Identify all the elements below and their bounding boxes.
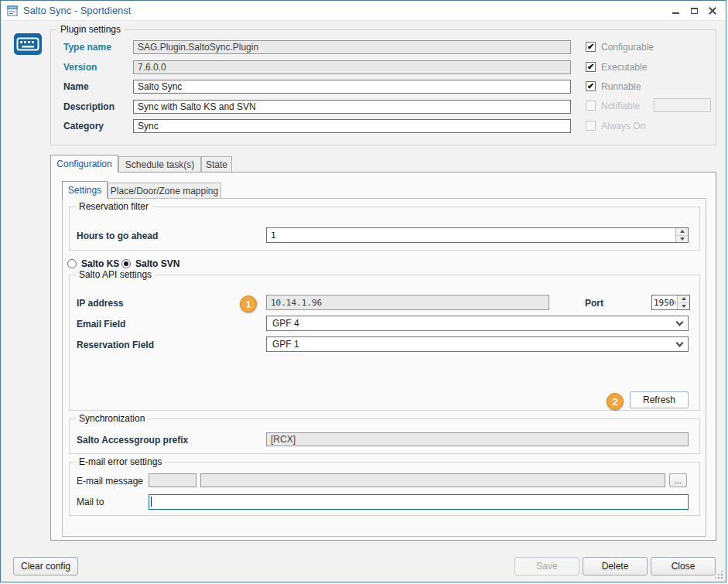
plugin-settings-group-title: Plugin settings: [57, 24, 124, 35]
arrow-down-icon: [682, 305, 686, 308]
port-spin-up-button[interactable]: [678, 295, 689, 302]
type-name-label: Type name: [63, 42, 111, 53]
close-dialog-button-label: Close: [672, 561, 696, 572]
accessgroup-prefix-field-wrap: [266, 432, 689, 446]
synchronization-group-title: Synchronization: [76, 413, 148, 424]
category-label: Category: [63, 121, 104, 131]
port-spinner: [677, 295, 689, 309]
tab-configuration[interactable]: Configuration: [50, 155, 118, 172]
mail-to-input[interactable]: [149, 495, 688, 509]
ip-address-field-wrap: [266, 295, 549, 310]
port-spin-down-button[interactable]: [678, 302, 689, 310]
notifiable-field-wrap: [654, 98, 711, 112]
delete-button[interactable]: Delete: [583, 557, 648, 575]
tab-state[interactable]: State: [201, 156, 232, 172]
email-message-field-1[interactable]: [149, 474, 196, 487]
reservation-filter-group: Reservation filter Hours to go ahead: [69, 207, 700, 251]
radio-circle-icon: [121, 259, 131, 268]
accessgroup-prefix-field[interactable]: [267, 433, 688, 446]
maximize-button[interactable]: [687, 4, 701, 18]
plugin-settings-group: Plugin settings Type name Version Name D…: [50, 29, 716, 145]
category-field[interactable]: [134, 120, 570, 132]
text-caret: [151, 497, 152, 507]
port-label: Port: [585, 298, 603, 309]
email-field-value: GPF 4: [272, 318, 299, 329]
save-button-label: Save: [536, 561, 557, 572]
version-field[interactable]: [134, 61, 570, 73]
configurable-label: Configurable: [601, 42, 654, 53]
executable-label: Executable: [601, 62, 647, 73]
name-field-wrap: [133, 80, 571, 94]
hours-spin-down-button[interactable]: [676, 235, 688, 243]
type-name-field[interactable]: [134, 41, 570, 53]
close-dialog-button[interactable]: Close: [651, 557, 716, 575]
delete-button-label: Delete: [602, 561, 629, 572]
hours-to-go-ahead-field-wrap: [266, 227, 689, 243]
plugin-icon-wrap: [13, 32, 43, 59]
reservation-filter-group-title: Reservation filter: [76, 201, 152, 212]
mail-to-field-wrap: [149, 494, 689, 510]
radio-circle-icon: [67, 259, 77, 268]
check-icon: ✔: [587, 63, 594, 71]
category-field-wrap: [133, 119, 571, 133]
step-badge-1: 1: [240, 295, 257, 312]
salto-svn-radio[interactable]: Salto SVN: [121, 258, 179, 269]
email-error-settings-group-title: E-mail error settings: [76, 456, 165, 467]
executable-checkbox[interactable]: ✔: [586, 62, 596, 72]
salto-ks-radio-label: Salto KS: [81, 258, 119, 269]
hours-spinner: [675, 228, 688, 242]
minimize-icon: [672, 12, 679, 14]
save-button[interactable]: Save: [514, 557, 579, 575]
email-message-field-2[interactable]: [201, 474, 665, 487]
tab-configuration-label: Configuration: [56, 159, 111, 169]
reservation-field-select[interactable]: GPF 1: [266, 336, 689, 352]
name-field[interactable]: [134, 80, 570, 93]
browse-button[interactable]: ...: [669, 473, 687, 487]
clear-config-button[interactable]: Clear config: [13, 557, 78, 575]
keyboard-icon: [13, 32, 43, 56]
refresh-button-label: Refresh: [643, 394, 675, 405]
description-label: Description: [63, 101, 114, 112]
reservation-field-value: GPF 1: [272, 339, 299, 350]
tab-settings[interactable]: Settings: [62, 181, 108, 199]
hours-to-go-ahead-label: Hours to go ahead: [77, 231, 158, 241]
settings-tab-panel: Reservation filter Hours to go ahead Sal…: [62, 198, 706, 537]
email-message-label: E-mail message: [77, 476, 143, 487]
resize-grip[interactable]: [715, 571, 724, 580]
port-input[interactable]: [652, 295, 677, 309]
tab-state-label: State: [206, 159, 227, 170]
configurable-checkbox[interactable]: ✔: [586, 42, 596, 52]
reservation-field-label: Reservation Field: [77, 340, 154, 350]
salto-api-settings-group: Salto API settings IP address 1 Port Ema…: [69, 275, 700, 411]
browse-button-label: ...: [675, 476, 682, 485]
type-name-field-wrap: [133, 40, 571, 54]
salto-svn-radio-label: Salto SVN: [135, 258, 179, 269]
salto-ks-radio[interactable]: Salto KS: [67, 258, 119, 269]
synchronization-group: Synchronization Salto Accessgroup prefix: [69, 418, 700, 454]
mail-to-label: Mail to: [77, 497, 104, 507]
tab-settings-label: Settings: [68, 185, 101, 196]
notifiable-field[interactable]: [655, 99, 710, 111]
check-icon: ✔: [587, 43, 594, 51]
tab-place-door-zone-mapping[interactable]: Place/Door/Zone mapping: [108, 183, 221, 198]
always-on-checkbox[interactable]: [586, 121, 596, 131]
window-title: Salto Sync - Sportdienst: [23, 5, 131, 16]
tab-schedule-tasks[interactable]: Schedule task(s): [118, 156, 201, 172]
refresh-button[interactable]: Refresh: [630, 391, 689, 408]
salto-api-settings-group-title: Salto API settings: [76, 269, 155, 280]
notifiable-label: Notifiable: [601, 101, 640, 111]
tab-place-door-zone-mapping-label: Place/Door/Zone mapping: [111, 186, 218, 196]
arrow-down-icon: [680, 237, 685, 241]
minimize-button[interactable]: [668, 4, 682, 18]
email-field-select[interactable]: GPF 4: [266, 316, 689, 331]
hours-to-go-ahead-input[interactable]: [267, 228, 675, 242]
close-button[interactable]: [706, 4, 719, 18]
email-message-field-2-wrap: [200, 473, 665, 487]
maximize-icon: [691, 8, 698, 14]
notifiable-checkbox[interactable]: [586, 101, 596, 111]
description-field[interactable]: [134, 101, 570, 113]
runnable-checkbox[interactable]: ✔: [586, 81, 596, 91]
ip-address-input[interactable]: [267, 295, 549, 309]
email-error-settings-group: E-mail error settings E-mail message ...…: [69, 462, 700, 516]
hours-spin-up-button[interactable]: [676, 228, 688, 235]
